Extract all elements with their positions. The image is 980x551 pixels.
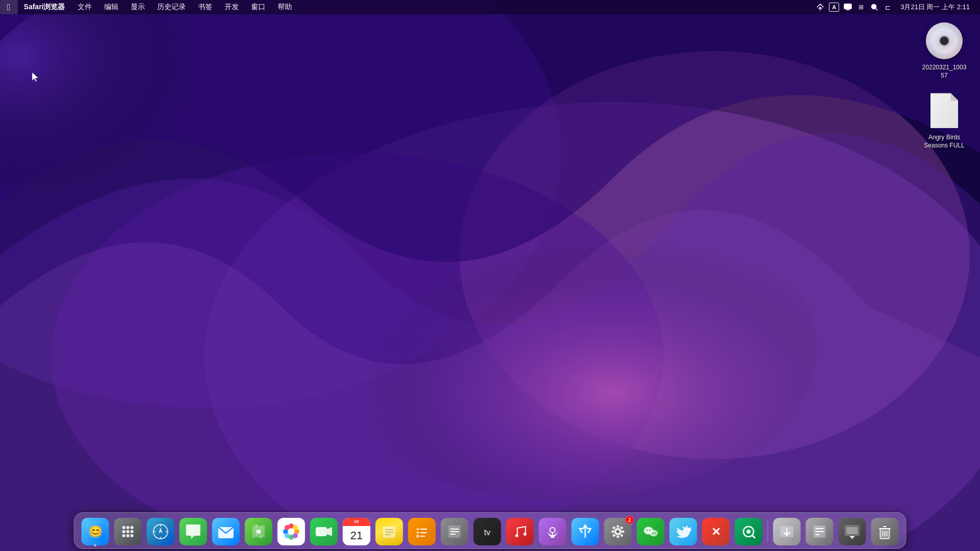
svg-point-63 bbox=[524, 533, 527, 536]
angry-birds-file-icon[interactable]: Angry Birds Seasons FULL bbox=[919, 90, 970, 150]
dock-item-list[interactable] bbox=[805, 516, 835, 545]
dock-item-podcasts[interactable] bbox=[538, 516, 568, 545]
control-icon bbox=[839, 518, 866, 545]
dock-item-x[interactable]: ✕ bbox=[701, 516, 731, 545]
menu-develop[interactable]: 开发 bbox=[218, 0, 245, 14]
sysprefs-icon: 2 bbox=[604, 518, 632, 545]
svg-line-9 bbox=[876, 9, 878, 11]
dock-item-twitter[interactable] bbox=[669, 516, 698, 545]
svg-point-27 bbox=[131, 534, 134, 537]
calendar-icon: 3月 21 bbox=[343, 518, 371, 545]
svg-point-78 bbox=[650, 530, 658, 537]
menu-safari[interactable]: Safari浏览器 bbox=[18, 0, 71, 14]
dock-item-finder[interactable]: 😊 bbox=[81, 516, 110, 545]
twitter-icon bbox=[670, 518, 697, 545]
menu-view[interactable]: 显示 bbox=[125, 0, 151, 14]
dock-item-sysprefs[interactable]: 2 bbox=[603, 516, 633, 545]
svg-point-26 bbox=[127, 534, 130, 537]
angry-birds-file-image bbox=[924, 90, 965, 131]
dock-item-wechat[interactable] bbox=[636, 516, 666, 545]
desktop bbox=[0, 0, 980, 551]
dock-item-calendar[interactable]: 3月 21 bbox=[342, 516, 372, 545]
menu-history[interactable]: 历史记录 bbox=[151, 0, 192, 14]
svg-point-23 bbox=[127, 530, 130, 533]
svg-point-14 bbox=[941, 37, 948, 44]
svg-point-53 bbox=[417, 532, 419, 534]
dock-item-notes[interactable] bbox=[375, 516, 404, 545]
svg-point-76 bbox=[620, 527, 623, 529]
menu-file[interactable]: 文件 bbox=[71, 0, 98, 14]
iqiyi-icon bbox=[735, 518, 763, 545]
wechat-icon bbox=[637, 518, 665, 545]
svg-point-24 bbox=[131, 530, 134, 533]
text-input-icon[interactable]: A bbox=[829, 3, 839, 12]
battery-icon[interactable]: ⊞ bbox=[856, 3, 866, 12]
svg-point-75 bbox=[613, 534, 616, 537]
menubar-datetime[interactable]: 3月21日 周一 上午 2:11 bbox=[896, 3, 974, 12]
screen-mirror-icon[interactable] bbox=[843, 3, 852, 12]
dock-item-photos[interactable] bbox=[277, 516, 306, 545]
svg-point-71 bbox=[611, 531, 614, 533]
svg-point-43 bbox=[293, 533, 298, 538]
reminders-icon bbox=[408, 518, 436, 545]
svg-point-69 bbox=[617, 525, 619, 528]
dock-container: 😊 bbox=[74, 512, 906, 551]
svg-marker-46 bbox=[327, 527, 332, 536]
dock-item-downloads[interactable] bbox=[772, 516, 802, 545]
svg-point-40 bbox=[285, 525, 290, 530]
dock-item-appstore[interactable] bbox=[571, 516, 600, 545]
calendar-day-label: 21 bbox=[343, 526, 371, 545]
menu-bookmarks[interactable]: 书签 bbox=[192, 0, 218, 14]
dock-item-reminders[interactable] bbox=[407, 516, 437, 545]
dock-item-maps[interactable] bbox=[244, 516, 274, 545]
calendar-inner: 3月 21 bbox=[343, 518, 371, 545]
dock-item-trash[interactable] bbox=[870, 516, 900, 545]
controlcenter-icon[interactable]: ⊏ bbox=[883, 3, 892, 12]
launchpad-icon bbox=[114, 518, 142, 545]
svg-rect-7 bbox=[844, 4, 851, 9]
airdrop-icon[interactable] bbox=[816, 3, 825, 12]
cd-disk-icon[interactable]: 20220321_100357 bbox=[919, 20, 970, 80]
svg-point-11 bbox=[926, 22, 963, 59]
menu-edit[interactable]: 编辑 bbox=[98, 0, 125, 14]
angry-birds-file-label: Angry Birds Seasons FULL bbox=[919, 133, 970, 150]
svg-point-62 bbox=[516, 534, 519, 537]
dock-item-appletv[interactable]: tv bbox=[473, 516, 502, 545]
menubar-left:  Safari浏览器 文件 编辑 显示 历史记录 书签 开发 窗口 帮助 bbox=[0, 0, 816, 14]
dock-item-mail[interactable] bbox=[211, 516, 241, 545]
svg-point-70 bbox=[617, 536, 619, 538]
svg-point-44 bbox=[288, 529, 295, 535]
svg-point-21 bbox=[131, 526, 134, 529]
svg-point-85 bbox=[747, 530, 751, 534]
dock-item-launchpad[interactable] bbox=[113, 516, 143, 545]
dock-item-music[interactable] bbox=[505, 516, 535, 545]
menu-window[interactable]: 窗口 bbox=[245, 0, 272, 14]
dock-item-safari[interactable] bbox=[146, 516, 176, 545]
svg-point-42 bbox=[285, 533, 290, 538]
svg-text:✕: ✕ bbox=[712, 525, 721, 538]
svg-point-51 bbox=[417, 528, 419, 530]
dock-item-facetime[interactable] bbox=[309, 516, 339, 545]
sysprefs-badge: 2 bbox=[626, 516, 634, 524]
finder-dot bbox=[94, 544, 96, 546]
svg-point-25 bbox=[122, 534, 126, 537]
svg-point-80 bbox=[649, 530, 651, 531]
calendar-month-label: 3月 bbox=[343, 518, 371, 526]
svg-text:tv: tv bbox=[484, 528, 490, 537]
cd-disk-label: 20220321_100357 bbox=[919, 63, 970, 80]
spotlight-icon[interactable] bbox=[870, 3, 879, 12]
apple-menu-item[interactable]:  bbox=[0, 0, 18, 14]
appstore-icon bbox=[572, 518, 599, 545]
dock-item-control[interactable] bbox=[838, 516, 867, 545]
svg-point-73 bbox=[613, 527, 616, 529]
svg-point-35 bbox=[257, 530, 261, 534]
svg-rect-93 bbox=[847, 527, 858, 534]
svg-point-5 bbox=[306, 194, 817, 500]
menu-help[interactable]: 帮助 bbox=[272, 0, 298, 14]
svg-point-15 bbox=[942, 38, 947, 43]
dock-item-messages[interactable] bbox=[179, 516, 208, 545]
dock-item-notes2[interactable] bbox=[440, 516, 470, 545]
photos-icon bbox=[278, 518, 305, 545]
menubar-right: A ⊞ ⊏ 3月21日 周一 上午 2:11 bbox=[816, 3, 980, 12]
dock-item-iqiyi[interactable] bbox=[734, 516, 764, 545]
